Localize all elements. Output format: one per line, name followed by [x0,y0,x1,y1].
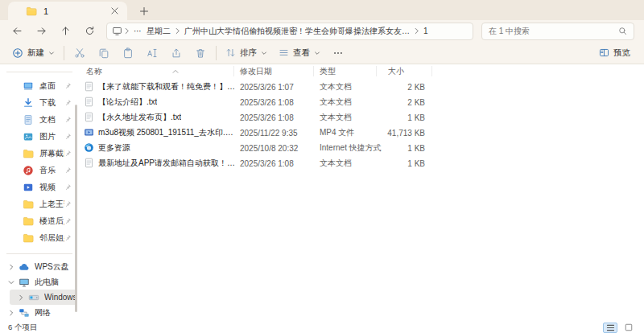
column-header-size[interactable]: 大小 [388,66,404,77]
chevron-down-icon [261,50,267,56]
content-area: 桌面 下载 文档 [0,64,644,322]
pictures-icon [23,131,34,142]
sidebar-item-this-pc[interactable]: 此电脑 [0,274,79,290]
documents-icon [23,114,34,125]
share-button[interactable] [164,43,188,63]
up-button[interactable] [55,23,76,40]
view-button-label: 查看 [293,47,310,59]
sort-ascending-icon [172,70,179,74]
sidebar-item-videos[interactable]: 视频 [0,179,79,195]
text-file-icon [84,97,94,107]
sidebar-item-wps-cloud[interactable]: WPS云盘 [0,259,79,274]
drive-icon [28,292,39,303]
folder-icon [23,216,34,227]
view-toggles [603,323,636,333]
breadcrumb-day[interactable]: 星期二 [144,26,173,37]
cut-button[interactable] [68,43,92,63]
rename-button[interactable] [140,43,164,63]
sidebar-item-windows-ssd[interactable]: Windows-SSD [10,290,77,305]
folder-icon [23,232,34,244]
sidebar-item-pictures[interactable]: 图片 [0,128,79,145]
new-plus-icon [12,47,23,59]
desktop-icon [23,80,34,92]
address-bar[interactable]: ⋯ 星期二 广州中山大学情侣偷拍视频泄密！学生会帅哥爆操法律系女友，淫叫连连 1 [106,23,473,40]
file-row[interactable]: 最新地址及APP请发邮箱自动获取！！！.txt 2025/3/26 1:08 文… [79,155,644,171]
status-bar: 6 个项目 [0,322,644,333]
sidebar-item-music[interactable]: 音乐 [0,162,79,179]
column-divider[interactable] [313,66,314,76]
preview-button-label: 预览 [613,47,630,59]
sidebar-item-desktop[interactable]: 桌面 [0,77,79,94]
pin-icon [64,200,72,208]
forward-button[interactable] [31,23,52,40]
paste-button[interactable] [116,43,140,63]
large-icons-view-button[interactable] [621,323,636,333]
file-row[interactable]: 【论坛介绍】.txt 2025/3/26 1:08 文本文档 2 KB [79,94,644,109]
breadcrumb-current[interactable]: 1 [421,27,431,35]
cloud-icon [19,261,30,273]
sidebar-item-documents[interactable]: 文档 [0,111,79,128]
chevron-right-icon [8,310,14,316]
internet-shortcut-icon [84,142,94,153]
column-divider[interactable] [376,66,377,76]
copy-button[interactable] [92,43,116,63]
breadcrumb-folder[interactable]: 广州中山大学情侣偷拍视频泄密！学生会帅哥爆操法律系女友，淫叫连连 [182,26,412,37]
search-box[interactable] [481,23,634,40]
back-button[interactable] [6,23,27,40]
details-view-button[interactable] [603,323,617,333]
sort-button[interactable]: 排序 [220,43,273,63]
new-tab-button[interactable] [135,2,153,20]
preview-button[interactable]: 预览 [593,43,636,63]
refresh-button[interactable] [79,23,100,40]
column-divider[interactable] [431,66,432,76]
video-file-icon [84,127,94,138]
text-file-icon [84,112,94,122]
command-bar: 新建 排序 [0,42,644,64]
view-button[interactable]: 查看 [273,43,326,63]
pin-icon [64,234,72,241]
file-row[interactable]: 【永久地址发布页】.txt 2025/3/26 1:08 文本文档 1 KB [79,109,644,125]
pin-icon [64,166,72,174]
sidebar-item-pinned-folder[interactable]: 楼道后入健身 [0,212,79,229]
column-header-name[interactable]: 名称 [86,66,102,77]
column-headers: 名称 修改日期 类型 大小 [79,64,644,79]
sidebar-item-screenshots[interactable]: 屏幕截图 [0,145,79,162]
file-row[interactable]: m3u8视频 250801_191511_去水印.mp4 2025/11/22 … [79,125,644,140]
pin-icon [64,116,72,123]
column-header-date[interactable]: 修改日期 [240,66,272,77]
computer-icon [19,277,30,288]
search-icon [618,27,627,35]
sidebar-item-pinned-folder[interactable]: 上老王论坛当 [0,195,79,212]
pin-icon [64,150,72,157]
new-button-label: 新建 [27,47,44,59]
pin-icon [64,133,72,140]
sidebar-item-downloads[interactable]: 下载 [0,94,79,111]
sidebar-scrollbar[interactable] [75,105,77,312]
tab-close-button[interactable] [108,5,121,18]
tab-bar: 1 [0,0,644,20]
text-file-icon [84,81,94,92]
toolbar-divider [64,46,64,60]
column-header-type[interactable]: 类型 [320,66,336,77]
delete-button[interactable] [188,43,213,63]
file-row[interactable]: 【来了就能下载和观看！纯免费！】.txt 2025/3/26 1:07 文本文档… [79,79,644,94]
column-divider[interactable] [233,66,234,76]
pin-icon [64,82,72,89]
folder-icon [23,199,34,210]
chevron-down-icon [314,50,320,56]
sidebar-item-network[interactable]: 网络 [0,305,79,320]
items-count: 6 个项目 [8,323,37,333]
explorer-tab[interactable]: 1 [8,2,127,20]
videos-icon [23,182,34,193]
sidebar-item-pinned-folder[interactable]: 邻居姐姐下班 [0,229,79,246]
search-input[interactable] [489,27,618,35]
text-file-icon [84,158,94,168]
breadcrumb-ellipsis[interactable]: ⋯ [131,27,144,35]
file-row[interactable]: 更多资源 2025/10/8 20:32 Internet 快捷方式 1 KB [79,140,644,155]
more-options-button[interactable] [326,43,350,63]
address-row: ⋯ 星期二 广州中山大学情侣偷拍视频泄密！学生会帅哥爆操法律系女友，淫叫连连 1 [0,20,644,42]
chevron-down-icon [48,50,55,56]
new-button[interactable]: 新建 [6,43,60,63]
chevron-right-icon [414,27,419,35]
downloads-icon [23,97,34,109]
